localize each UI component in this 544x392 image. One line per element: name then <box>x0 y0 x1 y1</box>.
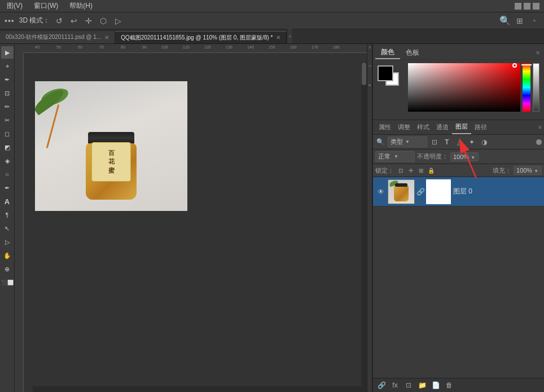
ruler-top: 40 50 60 70 80 90 100 110 120 130 140 15… <box>24 44 367 53</box>
color-tab-swatch[interactable]: 色板 <box>400 47 425 59</box>
filter-shape-icon[interactable]: △ <box>454 137 464 147</box>
new-group-btn[interactable]: 📁 <box>417 380 427 390</box>
tool-lasso[interactable]: ⌖ <box>1 60 14 72</box>
tab-collapse-button[interactable]: » <box>287 29 292 43</box>
color-section: 颜色 色板 ≡ <box>373 44 544 120</box>
toolbar-video-icon[interactable]: ▷ <box>113 16 123 26</box>
toolbar-rotate-icon[interactable]: ↺ <box>54 16 64 26</box>
lock-artboard-icon[interactable]: ⊞ <box>416 166 425 175</box>
filter-adj-icon[interactable]: ◑ <box>479 137 489 147</box>
layer-mask-thumbnail[interactable] <box>426 179 451 204</box>
tool-zoom[interactable]: ⊕ <box>1 263 14 275</box>
tool-select[interactable]: ▶ <box>1 46 14 59</box>
tool-fg-bg-colors[interactable]: ⬛⬜ <box>1 276 14 289</box>
color-spectrum[interactable] <box>408 63 520 112</box>
jar-label-text2: 花 <box>108 157 115 166</box>
tool-dodge[interactable]: ○ <box>1 168 14 180</box>
panel-tab-properties[interactable]: 属性 <box>375 121 394 134</box>
vertical-scrollbar[interactable] <box>361 62 367 392</box>
horizontal-scrollbar[interactable] <box>33 386 361 392</box>
tool-hand[interactable]: ✋ <box>1 249 14 262</box>
color-tab-color[interactable]: 颜色 <box>375 46 400 59</box>
tool-gradient[interactable]: ◩ <box>1 141 14 153</box>
opacity-value[interactable]: 100% ▼ <box>450 152 479 161</box>
tool-brush[interactable]: ✏ <box>1 100 14 113</box>
layer-visibility-eye[interactable]: 👁 <box>376 187 385 196</box>
tool-paragraph[interactable]: ¶ <box>1 209 14 221</box>
filter-icon[interactable]: 🔍 <box>375 137 385 147</box>
canvas-image[interactable]: 百 花 蜜 <box>35 81 187 211</box>
panel-edge-arrow-mid[interactable]: I <box>367 65 372 67</box>
panel-edge-arrow-bot[interactable]: e <box>367 84 372 86</box>
tool-clone[interactable]: ✂ <box>1 114 14 126</box>
color-section-expand[interactable]: ≡ <box>534 49 542 57</box>
panel-tab-adjustments[interactable]: 调整 <box>394 121 414 134</box>
window-close-button[interactable] <box>533 3 539 10</box>
tool-eraser[interactable]: ◻ <box>1 127 14 140</box>
tool-crop[interactable]: ⊡ <box>1 87 14 99</box>
window-maximize-button[interactable] <box>524 3 530 10</box>
filter-type-select[interactable]: 类型 ▼ <box>388 136 427 147</box>
transparency-strip[interactable] <box>533 63 539 112</box>
fill-arrow: ▼ <box>534 169 538 174</box>
lock-all-icon[interactable]: 🔒 <box>427 166 436 175</box>
jar-label-text3: 蜜 <box>108 166 115 175</box>
link-layers-btn[interactable]: 🔗 <box>376 380 387 390</box>
layer-chain-link: 🔗 <box>417 188 424 196</box>
filter-text-icon[interactable]: T <box>442 137 452 147</box>
panel-tabs-row: 属性 调整 样式 通道 图层 路径 ≡ <box>373 120 544 135</box>
panel-menu-icon[interactable]: ≡ <box>538 124 542 130</box>
toolbar-arrow-icon[interactable]: ⬡ <box>98 16 108 26</box>
fill-value[interactable]: 100% ▼ <box>514 166 542 175</box>
panel-edge-arrow-top[interactable]: « <box>367 46 372 49</box>
menu-item-help[interactable]: 帮助(H) <box>67 0 95 12</box>
toolbar-layout-icon[interactable]: ⊞ <box>515 16 525 26</box>
panel-tab-layers[interactable]: 图层 <box>452 120 471 134</box>
lock-icons-group: ⊡ ✛ ⊞ 🔒 <box>396 166 436 175</box>
window-minimize-button[interactable] <box>515 3 521 10</box>
filter-dropdown-arrow: ▼ <box>405 139 410 144</box>
menu-item-view[interactable]: 图(V) <box>5 0 25 12</box>
tool-path-select[interactable]: ↖ <box>1 222 14 235</box>
panel-edge-collapse[interactable]: « I e <box>367 44 372 392</box>
filter-smart-icon[interactable]: ✦ <box>467 137 477 147</box>
spectrum-cursor <box>512 63 517 68</box>
canvas-content: 百 花 蜜 <box>24 53 367 392</box>
tab-psd-close[interactable]: ✕ <box>104 34 109 41</box>
foreground-color-swatch[interactable] <box>378 65 393 81</box>
tab-jpg-close[interactable]: ✕ <box>276 34 280 41</box>
hue-strip[interactable] <box>523 63 530 112</box>
filter-pixel-icon[interactable]: ⊡ <box>429 137 440 147</box>
tool-pen[interactable]: ✒ <box>1 182 14 194</box>
tool-shape[interactable]: ▷ <box>1 236 14 248</box>
lock-pixels-icon[interactable]: ⊡ <box>396 166 405 175</box>
filter-type-label: 类型 <box>391 138 403 146</box>
tool-text[interactable]: A <box>1 195 14 208</box>
toolbar-search-icon[interactable]: 🔍 <box>500 16 510 26</box>
menu-item-window[interactable]: 窗口(W) <box>32 0 60 12</box>
delete-layer-btn[interactable]: 🗑 <box>444 380 454 390</box>
panel-tab-styles[interactable]: 样式 <box>414 121 433 134</box>
add-style-btn[interactable]: fx <box>390 380 400 390</box>
panel-tab-paths[interactable]: 路径 <box>471 121 490 134</box>
tab-jpg-file[interactable]: QQ截图20201114151855.jpg @ 110% (图层 0, 图层蒙… <box>115 31 287 43</box>
layer-thumbnail[interactable] <box>388 179 415 204</box>
new-layer-btn[interactable]: 📄 <box>431 380 441 390</box>
layer-item-0[interactable]: 👁 🔗 图层 0 <box>373 177 544 206</box>
ruler-corner <box>15 44 24 53</box>
canvas-bg: 百 花 蜜 <box>24 53 367 392</box>
add-mask-btn[interactable]: ⊡ <box>403 380 414 390</box>
toolbar-undo-icon[interactable]: ↩ <box>69 16 79 26</box>
toolbar-expand-icon: » <box>529 16 539 26</box>
toolbar-move-icon[interactable]: ✛ <box>84 16 94 26</box>
layers-filter-row: 🔍 类型 ▼ ⊡ T △ ✦ ◑ <box>373 135 544 149</box>
opacity-arrow: ▼ <box>471 155 475 160</box>
panel-tab-channels[interactable]: 通道 <box>433 121 452 134</box>
tool-blur[interactable]: ◈ <box>1 155 14 167</box>
swatch-group <box>378 65 406 94</box>
scrollbar-thumb[interactable] <box>362 63 366 85</box>
blend-mode-select[interactable]: 正常 ▼ <box>375 151 415 162</box>
tab-psd-file[interactable]: 00x320-软件模版20201111.psd @ 1... ✕ <box>0 31 115 43</box>
tool-eyedropper[interactable]: ✒ <box>1 73 14 86</box>
lock-position-icon[interactable]: ✛ <box>406 166 415 175</box>
